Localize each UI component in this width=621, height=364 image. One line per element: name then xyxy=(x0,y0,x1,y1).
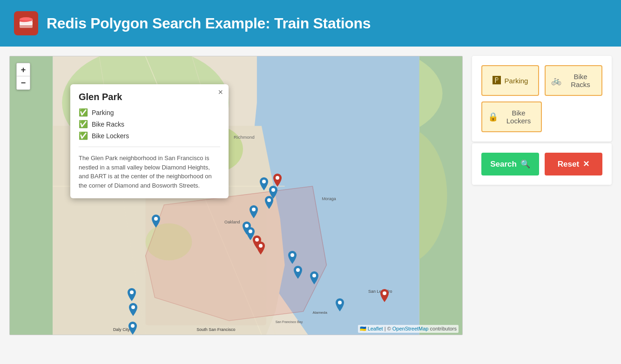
filter-row-2: 🔒 Bike Lockers xyxy=(481,101,602,132)
svg-text:Oakland: Oakland xyxy=(224,220,240,224)
map-pin-blue[interactable] xyxy=(250,205,258,218)
svg-point-33 xyxy=(290,253,294,257)
popup-amenity-parking-label: Parking xyxy=(92,109,114,116)
svg-point-30 xyxy=(267,198,271,202)
bike-lockers-icon: 🔒 xyxy=(488,112,498,122)
attribution-suffix: contributors xyxy=(430,326,457,331)
svg-point-44 xyxy=(259,244,263,248)
svg-point-38 xyxy=(154,217,158,221)
reset-button[interactable]: Reset ✕ xyxy=(545,153,602,175)
svg-point-36 xyxy=(338,301,342,304)
filter-bikelockers-button[interactable]: 🔒 Bike Lockers xyxy=(481,101,542,132)
main-content: Richmond Mill Valley Oakland Moraga Alam… xyxy=(0,47,621,364)
attribution-separator: | © xyxy=(385,326,392,331)
map-pin-blue[interactable] xyxy=(128,288,136,301)
check-icon: ✅ xyxy=(79,120,88,128)
svg-rect-17 xyxy=(146,195,266,325)
map-pin-blue[interactable] xyxy=(310,271,318,284)
leaflet-credit: 🇺🇦 xyxy=(360,326,368,331)
header: Redis Polygon Search Example: Train Stat… xyxy=(0,0,621,47)
svg-text:San Francisco Bay: San Francisco Bay xyxy=(276,320,303,324)
map-pin-red[interactable] xyxy=(273,174,282,187)
osm-link[interactable]: OpenStreetMap xyxy=(392,326,429,331)
filter-parking-label: Parking xyxy=(505,77,528,85)
filter-row-1: 🅿 Parking 🚲 Bike Racks xyxy=(481,65,602,96)
popup-amenity-bikeracks: ✅ Bike Racks xyxy=(79,120,220,128)
app-logo xyxy=(14,11,38,35)
svg-point-37 xyxy=(249,229,252,233)
popup-description: The Glen Park neighborhood in San Franci… xyxy=(79,154,220,190)
map-pin-blue[interactable] xyxy=(288,251,297,264)
redis-logo-icon xyxy=(18,15,34,32)
sidebar: 🅿 Parking 🚲 Bike Racks 🔒 Bike Lockers Se… xyxy=(463,56,612,185)
svg-point-28 xyxy=(262,180,266,183)
filter-bikeracks-label: Bike Racks xyxy=(565,73,596,88)
popup-amenity-parking: ✅ Parking xyxy=(79,108,220,117)
map-pin-blue[interactable] xyxy=(129,303,137,316)
svg-point-29 xyxy=(271,188,275,192)
station-popup: × Glen Park ✅ Parking ✅ Bike Racks ✅ Bik… xyxy=(70,84,229,198)
search-button[interactable]: Search 🔍 xyxy=(481,153,539,175)
map-pin-blue[interactable] xyxy=(152,215,160,228)
page-title: Redis Polygon Search Example: Train Stat… xyxy=(47,15,371,32)
map-zoom-controls: + − xyxy=(16,63,30,90)
svg-text:Moraga: Moraga xyxy=(322,196,336,201)
svg-point-31 xyxy=(252,208,256,211)
action-card: Search 🔍 Reset ✕ xyxy=(472,143,612,185)
reset-button-label: Reset xyxy=(558,160,579,169)
check-icon: ✅ xyxy=(79,131,88,140)
svg-point-35 xyxy=(312,274,316,277)
map-pin-red[interactable] xyxy=(256,242,265,255)
filter-card: 🅿 Parking 🚲 Bike Racks 🔒 Bike Lockers xyxy=(472,56,612,142)
svg-text:South San Francisco: South San Francisco xyxy=(196,327,235,332)
map-pin-blue[interactable] xyxy=(128,322,137,335)
map-pin-blue[interactable] xyxy=(336,298,344,311)
svg-text:Alameda: Alameda xyxy=(312,310,327,315)
map-attribution: 🇺🇦 Leaflet | © OpenStreetMap contributor… xyxy=(358,325,459,333)
filter-parking-button[interactable]: 🅿 Parking xyxy=(481,65,539,96)
bike-racks-icon: 🚲 xyxy=(551,75,561,86)
svg-point-46 xyxy=(383,291,386,295)
map-area[interactable]: Richmond Mill Valley Oakland Moraga Alam… xyxy=(9,56,463,335)
filter-bikelockers-label: Bike Lockers xyxy=(502,109,535,125)
svg-point-34 xyxy=(296,268,300,272)
reset-icon: ✕ xyxy=(583,159,589,169)
svg-point-43 xyxy=(255,238,259,242)
map-pin-red[interactable] xyxy=(380,289,389,302)
map-pin-red[interactable] xyxy=(333,335,342,335)
parking-icon: 🅿 xyxy=(493,76,501,86)
svg-point-39 xyxy=(130,290,134,294)
popup-divider xyxy=(79,147,220,147)
popup-amenity-bikeracks-label: Bike Racks xyxy=(92,121,124,128)
svg-text:Daly City: Daly City xyxy=(113,327,130,332)
zoom-out-button[interactable]: − xyxy=(17,76,30,89)
popup-close-button[interactable]: × xyxy=(218,88,223,96)
map-pin-blue[interactable] xyxy=(294,266,302,279)
svg-point-42 xyxy=(276,176,279,180)
popup-amenity-bikelockers: ✅ Bike Lockers xyxy=(79,131,220,140)
svg-text:Richmond: Richmond xyxy=(234,135,255,140)
map-pin-blue[interactable] xyxy=(260,177,268,190)
popup-amenity-bikelockers-label: Bike Lockers xyxy=(92,132,129,140)
leaflet-link[interactable]: Leaflet xyxy=(368,326,383,331)
check-icon: ✅ xyxy=(79,108,88,117)
svg-point-40 xyxy=(131,305,135,309)
filter-bikeracks-button[interactable]: 🚲 Bike Racks xyxy=(545,65,602,96)
svg-point-41 xyxy=(131,324,135,328)
svg-rect-2 xyxy=(20,24,33,28)
map-pin-blue[interactable] xyxy=(265,196,273,209)
zoom-in-button[interactable]: + xyxy=(17,63,30,76)
popup-station-name: Glen Park xyxy=(79,92,220,102)
search-button-label: Search xyxy=(490,160,517,169)
search-icon: 🔍 xyxy=(520,159,530,169)
